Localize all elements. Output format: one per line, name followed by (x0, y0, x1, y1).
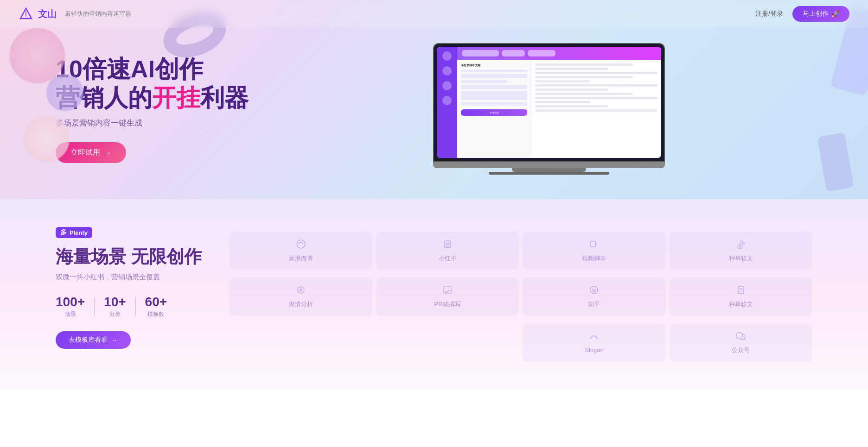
pr-label: PR稿撰写 (434, 301, 461, 308)
stats-row: 100+ 场景 10+ 分类 60+ 模板数 (56, 295, 202, 318)
result-line-6 (535, 84, 657, 87)
scene-placeholder-1 (230, 323, 372, 362)
stat-scenes: 100+ 场景 (56, 295, 94, 318)
form-field-2 (461, 74, 527, 78)
screen-topbar (457, 47, 661, 60)
result-line-8 (535, 93, 633, 95)
laptop-base (433, 162, 665, 168)
weibo-label: 新浪微博 (289, 255, 313, 263)
deco-rect-2 (817, 132, 854, 192)
section2-subtitle: 双微一抖小红书，营销场景全覆盖 (56, 273, 202, 282)
doc-icon (736, 285, 746, 298)
screen-main: 小红书种草文案 生成文案 (457, 47, 661, 158)
scene-card-slogan[interactable]: Slogan (523, 323, 665, 362)
svg-text:知: 知 (592, 289, 596, 293)
zhihu-icon: 知 (589, 285, 599, 298)
result-line-3 (535, 72, 657, 74)
screen-form-panel: 小红书种草文案 生成文案 (457, 60, 531, 158)
logo-name: 文山 (38, 8, 57, 20)
svg-marker-6 (595, 243, 597, 246)
stat-scenes-num: 100+ (56, 295, 85, 309)
form-field-1 (461, 69, 527, 72)
xiaohongshu-label: 小红书 (439, 255, 457, 263)
section2-title: 海量场景 无限创作 (56, 246, 202, 268)
scene-placeholder-2 (376, 323, 519, 362)
blob-decoration-2 (46, 74, 83, 111)
result-line-5 (535, 80, 590, 82)
hero-section: 10倍速AI创作 营销人的开挂利器 多场景营销内容一键生成 立即试用 → (0, 0, 868, 199)
grass2-label: 种草软文 (729, 301, 753, 308)
pr-icon (442, 285, 453, 298)
sidebar-item-3 (442, 81, 452, 90)
nav-cta-button[interactable]: 马上创作 🚀 (792, 6, 849, 22)
rocket-icon: 🚀 (831, 10, 839, 18)
login-link[interactable]: 注册/登录 (755, 10, 783, 18)
nav-right: 注册/登录 马上创作 🚀 (755, 6, 849, 22)
logo-icon (19, 6, 33, 21)
arrow-right-icon: → (104, 149, 111, 157)
form-field-4 (461, 85, 527, 89)
scene-card-grass2[interactable]: 种草软文 (670, 277, 812, 316)
stat-categories: 10+ 分类 (95, 295, 135, 318)
topbar-item-1 (462, 50, 499, 57)
screen-result-panel (531, 60, 661, 158)
scene-card-xiaohongshu[interactable]: 红 小红书 (376, 232, 519, 270)
navbar: 文山 最轻快的营销内容速写器 注册/登录 马上创作 🚀 (0, 0, 868, 28)
xiaohongshu-icon: 红 (442, 239, 453, 252)
blob-decoration-3 (23, 116, 70, 162)
scene-card-pr[interactable]: PR稿撰写 (376, 277, 519, 316)
stat-categories-num: 10+ (104, 295, 126, 309)
generate-btn: 生成文案 (461, 109, 527, 116)
form-field-3 (461, 80, 507, 83)
scene-card-gongzhonghao[interactable]: 公众号 (670, 323, 812, 362)
plenty-badge-text: Plenty (70, 229, 88, 236)
screen-inner: 小红书种草文案 生成文案 (437, 47, 661, 158)
plenty-badge-icon: 多 (60, 228, 67, 237)
blob-decoration-1 (9, 28, 65, 83)
result-line-10 (535, 101, 590, 103)
scene-card-weibo[interactable]: 新浪微博 (230, 232, 372, 270)
scene-cards-grid: 新浪微博 红 小红书 视频脚本 种草软文 舆情分析 (230, 227, 812, 362)
scene-card-yuqing[interactable]: 舆情分析 (230, 277, 372, 316)
hero-title-line2: 营销人的开挂利器 (56, 83, 249, 112)
screen-content: 小红书种草文案 生成文案 (457, 60, 661, 158)
plenty-badge: 多 Plenty (56, 227, 92, 238)
hero-title-line1: 10倍速AI创作 (56, 55, 249, 83)
result-line-9 (535, 97, 657, 99)
slogan-icon (589, 331, 599, 344)
stat-scenes-label: 场景 (56, 310, 85, 318)
topbar-item-2 (502, 50, 525, 57)
logo: 文山 最轻快的营销内容速写器 (19, 6, 131, 21)
stat-templates-label: 模板数 (145, 310, 167, 318)
sidebar-item-4 (442, 96, 452, 105)
logo-slogan: 最轻快的营销内容速写器 (65, 10, 131, 18)
section2-left: 多 Plenty 海量场景 无限创作 双微一抖小红书，营销场景全覆盖 100+ … (56, 227, 202, 362)
stat-categories-label: 分类 (104, 310, 126, 318)
stat-templates: 60+ 模板数 (136, 295, 177, 318)
yuqing-label: 舆情分析 (289, 301, 313, 308)
tiktok-icon (736, 239, 746, 252)
hero-subtitle: 多场景营销内容一键生成 (56, 118, 249, 128)
svg-text:红: 红 (445, 242, 450, 247)
video-label: 视频脚本 (582, 255, 606, 263)
scene-card-grass1[interactable]: 种草软文 (670, 232, 812, 270)
screen-sidebar (437, 47, 457, 158)
hero-content: 10倍速AI创作 营销人的开挂利器 多场景营销内容一键生成 立即试用 → (56, 55, 249, 164)
scene-card-video[interactable]: 视频脚本 (523, 232, 665, 270)
laptop-screen: 小红书种草文案 生成文案 (433, 43, 665, 162)
video-icon (589, 239, 599, 252)
form-field-6 (461, 102, 527, 106)
sidebar-item-2 (442, 66, 452, 76)
result-line-4 (535, 76, 633, 78)
result-line-2 (535, 68, 608, 70)
sidebar-item-1 (442, 51, 452, 61)
wechat-icon (736, 331, 746, 344)
scene-card-zhihu[interactable]: 知 知乎 (523, 277, 665, 316)
svg-point-18 (597, 337, 598, 339)
plenty-section: 多 Plenty 海量场景 无限创作 双微一抖小红书，营销场景全覆盖 100+ … (0, 199, 868, 390)
slogan-label: Slogan (585, 346, 603, 354)
laptop-foot (489, 172, 609, 175)
form-title: 小红书种草文案 (461, 63, 527, 68)
result-line-11 (535, 105, 608, 107)
section2-cta-button[interactable]: 去模板库看看 → (56, 331, 131, 349)
